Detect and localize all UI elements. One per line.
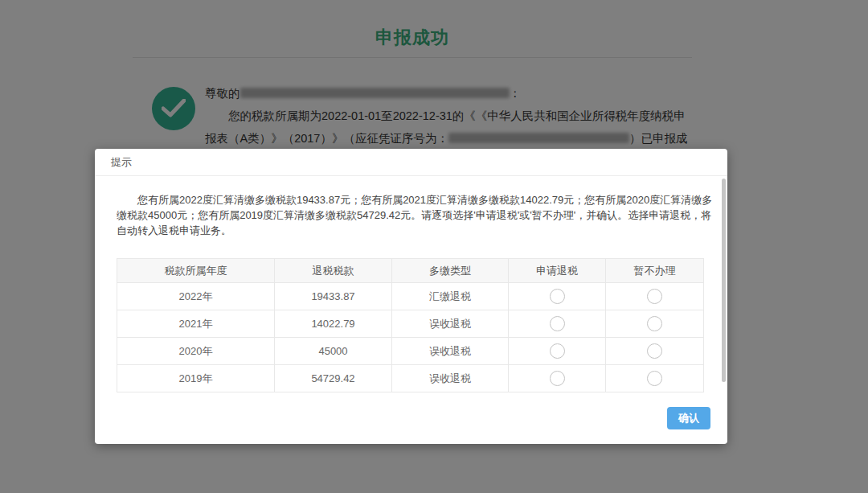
- header-defer: 暂不办理: [606, 259, 704, 283]
- apply-refund-radio[interactable]: [550, 371, 565, 386]
- dialog-title: 提示: [95, 149, 727, 176]
- cell-defer: [606, 283, 704, 310]
- defer-radio[interactable]: [647, 316, 662, 331]
- refund-table: 税款所属年度 退税税款 多缴类型 申请退税 暂不办理 2022年 19433.8…: [117, 258, 704, 392]
- refund-table-row: 2020年 45000 误收退税: [117, 338, 704, 365]
- apply-refund-radio[interactable]: [550, 316, 565, 331]
- cell-defer: [606, 338, 704, 365]
- cell-apply-refund: [509, 338, 606, 365]
- cell-overpayment-type: 误收退税: [392, 310, 509, 338]
- cell-refund-amount: 14022.79: [275, 310, 392, 338]
- cell-defer: [606, 310, 704, 338]
- refund-table-header-row: 税款所属年度 退税税款 多缴类型 申请退税 暂不办理: [117, 259, 704, 283]
- dialog-body: 您有所属2022度汇算清缴多缴税款19433.87元；您有所属2021度汇算清缴…: [95, 176, 727, 392]
- defer-radio[interactable]: [647, 289, 662, 304]
- cell-tax-year: 2019年: [117, 365, 275, 392]
- header-tax-year: 税款所属年度: [117, 259, 275, 283]
- cell-overpayment-type: 汇缴退税: [392, 283, 509, 310]
- refund-table-row: 2021年 14022.79 误收退税: [117, 310, 704, 338]
- cell-overpayment-type: 误收退税: [392, 365, 509, 392]
- cell-tax-year: 2020年: [117, 338, 275, 365]
- defer-radio[interactable]: [647, 343, 662, 359]
- cell-tax-year: 2022年: [117, 283, 275, 310]
- cell-refund-amount: 19433.87: [275, 283, 392, 310]
- scrollbar-thumb[interactable]: [722, 179, 726, 382]
- header-refund-amount: 退税税款: [275, 259, 392, 283]
- cell-defer: [606, 365, 704, 392]
- refund-table-row: 2019年 54729.42 误收退税: [117, 365, 704, 392]
- refund-table-row: 2022年 19433.87 汇缴退税: [117, 283, 704, 310]
- cell-refund-amount: 54729.42: [275, 365, 392, 392]
- apply-refund-radio[interactable]: [550, 343, 565, 359]
- defer-radio[interactable]: [647, 371, 662, 386]
- cell-apply-refund: [509, 310, 606, 338]
- cell-tax-year: 2021年: [117, 310, 275, 338]
- header-overpayment-type: 多缴类型: [392, 259, 509, 283]
- refund-notice-text: 您有所属2022度汇算清缴多缴税款19433.87元；您有所属2021度汇算清缴…: [117, 192, 718, 238]
- cell-apply-refund: [509, 365, 606, 392]
- refund-prompt-dialog: 提示 您有所属2022度汇算清缴多缴税款19433.87元；您有所属2021度汇…: [95, 149, 727, 444]
- cell-overpayment-type: 误收退税: [392, 338, 509, 365]
- cell-apply-refund: [509, 283, 606, 310]
- apply-refund-radio[interactable]: [550, 289, 565, 304]
- header-apply-refund: 申请退税: [509, 259, 606, 283]
- confirm-button[interactable]: 确认: [667, 407, 710, 429]
- cell-refund-amount: 45000: [275, 338, 392, 365]
- dialog-footer: 确认: [667, 407, 710, 429]
